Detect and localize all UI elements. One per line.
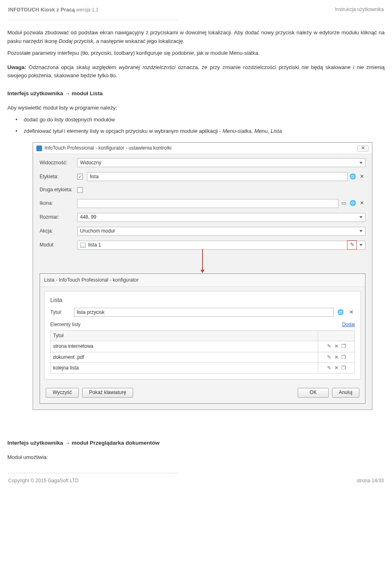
chevron-down-icon: [359, 216, 363, 218]
copy-icon[interactable]: ❐: [340, 354, 347, 361]
copy-icon[interactable]: ❐: [340, 364, 347, 372]
label-modul: Moduł:: [40, 241, 77, 249]
edit-module-button[interactable]: ✎: [347, 240, 357, 250]
globe-icon[interactable]: 🌐: [349, 173, 356, 180]
select-modul[interactable]: lista 1 ✎: [77, 241, 365, 250]
product-version: wersja 1.1: [76, 7, 99, 13]
bullet-item: dodać go do listy dostępnych modułów: [24, 116, 385, 124]
table-row: kolejna lista ✎✕❐: [51, 363, 355, 373]
clear-icon[interactable]: ✕: [358, 200, 365, 207]
globe-icon[interactable]: 🌐: [337, 309, 344, 316]
edit-icon[interactable]: ✎: [325, 364, 333, 372]
item-title: dokument .pdf: [51, 352, 318, 363]
button-pokaz-klawiature[interactable]: Pokaż klawiaturę: [82, 388, 133, 398]
delete-icon[interactable]: ✕: [333, 354, 340, 361]
delete-icon[interactable]: ✕: [333, 342, 340, 350]
select-rozmiar[interactable]: 448, 99: [77, 213, 365, 222]
window-title: InfoTouch Professional - konfigurator - …: [45, 144, 357, 152]
screenshot-container: InfoTouch Professional - konfigurator - …: [7, 140, 385, 410]
clear-icon[interactable]: ✕: [347, 309, 355, 316]
inner-window-title: Lista - InfoTouch Professional - konfigu…: [40, 274, 365, 287]
intro-paragraph-2: Pozostałe parametry interfejsu (tło, prz…: [7, 49, 385, 58]
sec2-paragraph: Moduł umożliwia:: [7, 453, 385, 462]
footer-page-number: strona 14/33: [356, 477, 384, 485]
delete-icon[interactable]: ✕: [333, 364, 340, 372]
page-header: INFOTOUCH Kiosk z Pracą wersja 1.1 Instr…: [7, 6, 385, 16]
table-row: dokument .pdf ✎✕❐: [51, 352, 355, 363]
input-tytul[interactable]: lista przycisk: [74, 308, 334, 317]
item-title: kolejna lista: [51, 363, 318, 373]
edit-icon[interactable]: ✎: [325, 342, 333, 350]
copy-icon[interactable]: ❐: [340, 342, 347, 350]
checkbox-etykieta[interactable]: [77, 174, 83, 179]
header-right: Instrukcja użytkownika: [335, 6, 384, 14]
chevron-down-icon: [359, 162, 363, 164]
input-ikona[interactable]: [77, 199, 339, 208]
link-dodaj[interactable]: Dodaj: [342, 321, 355, 329]
select-widocznosc[interactable]: Widoczny: [77, 158, 365, 167]
label-ikona: Ikona:: [40, 199, 77, 207]
button-ok[interactable]: OK: [298, 388, 328, 398]
section-heading-przegladarka: Interfejs użytkownika → moduł Przeglądar…: [7, 439, 385, 448]
label-elementy-listy: Elementy listy: [50, 321, 80, 329]
label-rozmiar: Rozmiar:: [40, 213, 77, 221]
edit-icon[interactable]: ✎: [325, 354, 333, 361]
button-anuluj[interactable]: Anuluj: [332, 388, 359, 398]
checkbox-druga-etykieta[interactable]: [77, 187, 83, 193]
app-icon: [36, 145, 42, 151]
col-header-tytul: Tytuł: [51, 331, 318, 341]
input-etykieta[interactable]: lista: [87, 172, 347, 181]
chevron-down-icon: [359, 230, 363, 232]
list-intro: Aby wyświetlić moduł listy w programie n…: [7, 104, 385, 112]
panel-heading: Lista: [50, 295, 355, 304]
edit-icon: ✎: [348, 241, 356, 248]
intro-paragraph-1: Moduł pozwala zbudować od podstaw ekran …: [7, 29, 385, 46]
bullet-item: zdefiniować tytuł i elementy listy w opc…: [24, 127, 385, 136]
window-lista-konfigurator: Lista - InfoTouch Professional - konfigu…: [40, 273, 365, 404]
titlebar: InfoTouch Professional - konfigurator - …: [33, 143, 372, 154]
item-title: strona internetowa: [51, 341, 318, 352]
folder-icon[interactable]: ▭: [340, 200, 347, 207]
header-left: INFOTOUCH Kiosk z Pracą wersja 1.1: [8, 6, 99, 14]
close-icon[interactable]: ✕: [357, 145, 369, 152]
bullet-list: dodać go do listy dostępnych modułów zde…: [7, 116, 385, 136]
label-etykieta: Etykieta:: [40, 173, 77, 181]
product-name: INFOTOUCH Kiosk z Pracą: [8, 7, 75, 13]
globe-icon[interactable]: 🌐: [349, 200, 356, 207]
items-table: Tytuł strona internetowa ✎✕❐ dokument .p…: [50, 330, 355, 374]
table-row: strona internetowa ✎✕❐: [51, 341, 355, 352]
select-akcja[interactable]: Uruchom moduł: [77, 227, 365, 236]
page-footer: Copyright © 2015 GagaSoft LTD strona 14/…: [7, 477, 385, 490]
clear-icon[interactable]: ✕: [358, 173, 365, 180]
note-paragraph: Uwaga: Odznaczona opcja skaluj względem …: [7, 63, 385, 81]
label-akcja: Akcja:: [40, 227, 77, 235]
footer-separator: ----------------------------------------…: [7, 470, 385, 476]
section-heading-lista: Interfejs użytkownika → moduł Lista: [7, 89, 385, 98]
footer-copyright: Copyright © 2015 GagaSoft LTD: [8, 477, 79, 485]
chevron-down-icon: [359, 244, 363, 246]
list-module-icon: [80, 243, 86, 248]
label-tytul: Tytuł:: [50, 309, 71, 316]
label-druga-etykieta: Druga etykieta:: [40, 186, 77, 194]
label-widocznosc: Widoczność:: [40, 159, 77, 167]
window-konfigurator: InfoTouch Professional - konfigurator - …: [33, 142, 372, 410]
button-wyczysc[interactable]: Wyczyść: [46, 388, 79, 398]
header-separator: ----------------------------------------…: [7, 16, 385, 23]
